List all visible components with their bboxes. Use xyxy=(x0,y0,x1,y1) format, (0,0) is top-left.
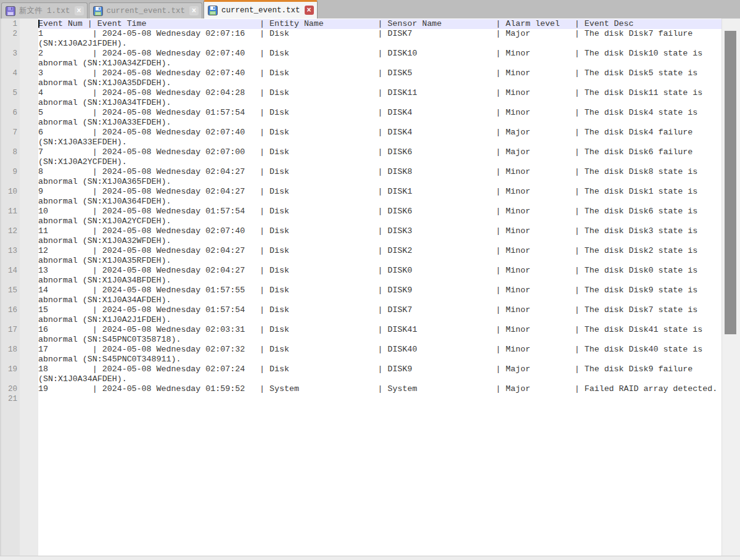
line-text: 14 | 2024-05-08 Wednesday 01:57:55 | Dis… xyxy=(38,286,722,295)
line-text: 12 | 2024-05-08 Wednesday 02:04:27 | Dis… xyxy=(38,246,722,256)
line-number: 20 xyxy=(0,384,38,394)
line-text: Event Num | Event Time | Entity Name | S… xyxy=(38,19,722,29)
log-line[interactable]: abnormal (SN:S45PNC0T358718). xyxy=(0,335,722,345)
tab-close-icon[interactable]: × xyxy=(189,6,199,15)
log-line[interactable]: 1110 | 2024-05-08 Wednesday 01:57:54 | D… xyxy=(0,207,722,216)
log-line[interactable]: abnormal (SN:X1J0A35RFDEH). xyxy=(0,256,722,266)
header-line[interactable]: 1Event Num | Event Time | Entity Name | … xyxy=(0,19,722,29)
line-text: 1 | 2024-05-08 Wednesday 02:07:16 | Disk… xyxy=(38,29,722,39)
log-line[interactable]: 1817 | 2024-05-08 Wednesday 02:07:32 | D… xyxy=(0,345,722,355)
log-line[interactable]: abnormal (SN:X1J0A34AFDEH). xyxy=(0,295,722,305)
line-text: 8 | 2024-05-08 Wednesday 02:04:27 | Disk… xyxy=(38,167,722,177)
text-content[interactable]: 1Event Num | Event Time | Entity Name | … xyxy=(0,19,722,404)
line-number xyxy=(0,276,38,286)
line-text: 9 | 2024-05-08 Wednesday 02:04:27 | Disk… xyxy=(38,187,722,197)
floppy-disk-icon xyxy=(93,6,103,16)
line-text: 11 | 2024-05-08 Wednesday 02:07:40 | Dis… xyxy=(38,226,722,236)
line-number xyxy=(0,98,38,108)
log-line[interactable]: abnormal (SN:X1J0A2J1FDEH). xyxy=(0,315,722,325)
log-line[interactable]: 43 | 2024-05-08 Wednesday 02:07:40 | Dis… xyxy=(0,68,722,78)
line-number: 3 xyxy=(0,49,38,59)
line-number: 5 xyxy=(0,88,38,98)
line-number: 8 xyxy=(0,147,38,157)
line-text: (SN:X1J0A34AFDEH). xyxy=(38,374,722,384)
tab-close-icon[interactable]: × xyxy=(305,6,314,15)
bottom-edge xyxy=(0,556,740,560)
log-line[interactable]: abnormal (SN:X1J0A34ZFDEH). xyxy=(0,59,722,68)
vertical-scrollbar[interactable] xyxy=(722,19,740,556)
log-line[interactable]: abnormal (SN:S45PNC0T348911). xyxy=(0,355,722,364)
line-text: abnormal (SN:X1J0A35DFDEH). xyxy=(38,78,722,88)
log-line[interactable]: 98 | 2024-05-08 Wednesday 02:04:27 | Dis… xyxy=(0,167,722,177)
log-line[interactable]: 1514 | 2024-05-08 Wednesday 01:57:55 | D… xyxy=(0,286,722,295)
line-text: 16 | 2024-05-08 Wednesday 02:03:31 | Dis… xyxy=(38,325,722,335)
line-number xyxy=(0,374,38,384)
log-line[interactable]: 109 | 2024-05-08 Wednesday 02:04:27 | Di… xyxy=(0,187,722,197)
log-line[interactable]: (SN:X1J0A2YCFDEH). xyxy=(0,157,722,167)
tab-3[interactable]: current_event.txt× xyxy=(204,0,318,19)
line-text: 15 | 2024-05-08 Wednesday 01:57:54 | Dis… xyxy=(38,305,722,315)
line-text: abnormal (SN:X1J0A34TFDEH). xyxy=(38,98,722,108)
log-line[interactable]: abnormal (SN:X1J0A34TFDEH). xyxy=(0,98,722,108)
line-number: 14 xyxy=(0,266,38,276)
line-number: 1 xyxy=(0,19,38,29)
floppy-disk-icon xyxy=(6,6,15,16)
line-text: abnormal (SN:X1J0A2J1FDEH). xyxy=(38,315,722,325)
log-line[interactable]: 32 | 2024-05-08 Wednesday 02:07:40 | Dis… xyxy=(0,49,722,59)
line-number: 17 xyxy=(0,325,38,335)
line-text: 18 | 2024-05-08 Wednesday 02:07:24 | Dis… xyxy=(38,364,722,374)
log-line[interactable]: 1716 | 2024-05-08 Wednesday 02:03:31 | D… xyxy=(0,325,722,335)
log-line[interactable]: (SN:X1J0A34AFDEH). xyxy=(0,374,722,384)
line-number: 18 xyxy=(0,345,38,355)
log-line[interactable]: 1615 | 2024-05-08 Wednesday 01:57:54 | D… xyxy=(0,305,722,315)
log-line[interactable]: abnormal (SN:X1J0A2YCFDEH). xyxy=(0,216,722,226)
log-line[interactable]: 1211 | 2024-05-08 Wednesday 02:07:40 | D… xyxy=(0,226,722,236)
line-text: 17 | 2024-05-08 Wednesday 02:07:32 | Dis… xyxy=(38,345,722,355)
line-number xyxy=(0,157,38,167)
line-number xyxy=(0,197,38,207)
scrollbar-thumb[interactable] xyxy=(725,31,736,334)
log-line[interactable]: abnormal (SN:X1J0A364FDEH). xyxy=(0,197,722,207)
line-text: abnormal (SN:X1J0A32WFDEH). xyxy=(38,236,722,246)
tab-1[interactable]: 新文件 1.txt× xyxy=(1,2,88,19)
line-text: 10 | 2024-05-08 Wednesday 01:57:54 | Dis… xyxy=(38,207,722,216)
line-text: abnormal (SN:X1J0A35RFDEH). xyxy=(38,256,722,266)
log-line[interactable]: 76 | 2024-05-08 Wednesday 02:07:40 | Dis… xyxy=(0,128,722,138)
log-line[interactable]: 87 | 2024-05-08 Wednesday 02:07:00 | Dis… xyxy=(0,147,722,157)
line-text: 13 | 2024-05-08 Wednesday 02:04:27 | Dis… xyxy=(38,266,722,276)
line-number xyxy=(0,138,38,147)
log-line[interactable]: abnormal (SN:X1J0A35DFDEH). xyxy=(0,78,722,88)
log-line[interactable]: 1312 | 2024-05-08 Wednesday 02:04:27 | D… xyxy=(0,246,722,256)
log-line[interactable]: 21 | 2024-05-08 Wednesday 02:07:16 | Dis… xyxy=(0,29,722,39)
line-text: abnormal (SN:X1J0A2YCFDEH). xyxy=(38,216,722,226)
line-text: abnormal (SN:X1J0A33EFDEH). xyxy=(38,118,722,128)
notepad-window: 新文件 1.txt×current_event.txt×current_even… xyxy=(0,0,740,560)
line-number xyxy=(0,236,38,246)
log-line[interactable]: abnormal (SN:X1J0A34BFDEH). xyxy=(0,276,722,286)
tab-bar: 新文件 1.txt×current_event.txt×current_even… xyxy=(0,0,740,19)
log-line[interactable]: (SN:X1J0A33EFDEH). xyxy=(0,138,722,147)
log-line[interactable]: 1413 | 2024-05-08 Wednesday 02:04:27 | D… xyxy=(0,266,722,276)
line-text: (SN:X1J0A2YCFDEH). xyxy=(38,157,722,167)
log-line[interactable]: abnormal (SN:X1J0A365FDEH). xyxy=(0,177,722,187)
log-line[interactable]: abnormal (SN:X1J0A32WFDEH). xyxy=(0,236,722,246)
log-line[interactable]: 2019 | 2024-05-08 Wednesday 01:59:52 | S… xyxy=(0,384,722,394)
line-text xyxy=(38,394,722,404)
line-number xyxy=(0,216,38,226)
line-text: (SN:X1J0A2J1FDEH). xyxy=(38,39,722,49)
log-line[interactable]: 21 xyxy=(0,394,722,404)
editor-area[interactable]: 1Event Num | Event Time | Entity Name | … xyxy=(0,19,740,556)
line-number: 21 xyxy=(0,394,38,404)
log-line[interactable]: 54 | 2024-05-08 Wednesday 02:04:28 | Dis… xyxy=(0,88,722,98)
tab-2[interactable]: current_event.txt× xyxy=(89,2,203,19)
line-number: 19 xyxy=(0,364,38,374)
tab-title: current_event.txt xyxy=(107,7,186,15)
text-caret xyxy=(38,20,39,28)
log-line[interactable]: 1918 | 2024-05-08 Wednesday 02:07:24 | D… xyxy=(0,364,722,374)
log-line[interactable]: abnormal (SN:X1J0A33EFDEH). xyxy=(0,118,722,128)
log-line[interactable]: 65 | 2024-05-08 Wednesday 01:57:54 | Dis… xyxy=(0,108,722,118)
tab-close-icon[interactable]: × xyxy=(75,6,84,15)
line-text: abnormal (SN:X1J0A34ZFDEH). xyxy=(38,59,722,68)
log-line[interactable]: (SN:X1J0A2J1FDEH). xyxy=(0,39,722,49)
line-text: abnormal (SN:X1J0A34BFDEH). xyxy=(38,276,722,286)
